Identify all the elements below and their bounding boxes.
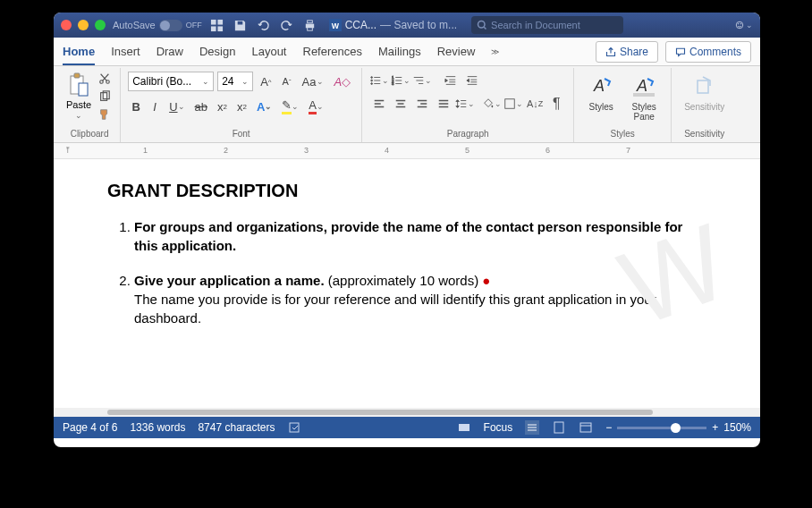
zoom-value[interactable]: 150%	[723, 421, 751, 434]
share-button[interactable]: Share	[596, 41, 658, 63]
cut-icon[interactable]	[97, 72, 113, 86]
group-sensitivity: Sensitivity Sensitivity	[672, 68, 737, 142]
font-name-select[interactable]: Calibri (Bo...⌄	[128, 72, 214, 91]
document-area[interactable]: W GRANT DESCRIPTION For groups and organ…	[54, 159, 760, 408]
bullets-icon[interactable]: ⌄	[369, 72, 389, 89]
home-icon[interactable]	[209, 17, 225, 33]
focus-label[interactable]: Focus	[484, 421, 513, 434]
clear-format-icon[interactable]: A◇	[331, 72, 355, 91]
tab-home[interactable]: Home	[63, 39, 95, 65]
sort-icon[interactable]: A↓Z	[525, 95, 545, 113]
q2-bold: Give your application a name.	[134, 273, 325, 288]
paste-button[interactable]: Paste ⌄	[66, 72, 91, 120]
font-color-icon[interactable]: A⌄	[305, 97, 327, 116]
svg-rect-15	[79, 83, 88, 96]
svg-rect-59	[505, 99, 515, 109]
clipboard-label: Clipboard	[66, 129, 113, 140]
print-icon[interactable]	[302, 17, 318, 33]
undo-icon[interactable]	[256, 17, 272, 33]
tab-layout[interactable]: Layout	[251, 39, 286, 64]
feedback-icon[interactable]: ⌄	[735, 16, 753, 34]
indent-right-icon[interactable]	[462, 72, 482, 89]
zoom-slider[interactable]	[617, 427, 706, 429]
grow-font-icon[interactable]: A^	[257, 72, 275, 91]
styles-pane-icon: A	[630, 73, 658, 100]
text-effects-icon[interactable]: A⌄	[253, 97, 275, 116]
zoom-out-button[interactable]: −	[605, 421, 612, 434]
shrink-font-icon[interactable]: Aˇ	[279, 72, 295, 91]
group-paragraph: ⌄ 123⌄ ⌄ ⌄ ⌄ ⌄ A↓Z ¶	[362, 68, 574, 142]
align-left-icon[interactable]	[369, 95, 389, 113]
svg-point-12	[740, 23, 741, 24]
minimize-icon[interactable]	[78, 20, 89, 30]
highlight-icon[interactable]: ✎⌄	[278, 97, 302, 116]
numbering-icon[interactable]: 123⌄	[391, 72, 410, 89]
comments-button[interactable]: Comments	[665, 41, 751, 63]
italic-button[interactable]: I	[147, 97, 163, 116]
svg-rect-14	[74, 73, 80, 78]
focus-icon[interactable]	[457, 420, 471, 435]
autosave-toggle[interactable]: AutoSave OFF	[113, 20, 202, 31]
font-size-value: 24	[222, 75, 233, 88]
svg-rect-0	[211, 19, 216, 24]
svg-point-11	[738, 23, 739, 24]
ruler[interactable]: ⤒ 1 2 3 4 5 6 7	[54, 143, 760, 159]
shading-icon[interactable]: ⌄	[482, 95, 502, 113]
tab-draw[interactable]: Draw	[156, 39, 183, 64]
word-count[interactable]: 1336 words	[130, 421, 185, 434]
sensitivity-button[interactable]: Sensitivity	[679, 72, 730, 114]
zoom-in-button[interactable]: +	[712, 421, 718, 434]
tab-insert[interactable]: Insert	[111, 39, 140, 64]
more-tabs-icon[interactable]: ≫	[491, 47, 499, 56]
change-case-icon[interactable]: Aa⌄	[299, 72, 327, 91]
strike-button[interactable]: ab	[191, 97, 211, 116]
question-2: Give your application a name. (approxima…	[134, 271, 706, 327]
print-layout-icon[interactable]	[552, 420, 566, 435]
paste-icon	[66, 72, 91, 98]
line-spacing-icon[interactable]: ⌄	[455, 95, 475, 113]
align-center-icon[interactable]	[391, 95, 410, 113]
indent-left-icon[interactable]	[441, 72, 461, 89]
close-icon[interactable]	[61, 20, 72, 30]
bold-button[interactable]: B	[128, 97, 144, 116]
tab-mailings[interactable]: Mailings	[378, 39, 421, 64]
comment-icon	[675, 47, 686, 57]
tab-review[interactable]: Review	[437, 39, 476, 64]
sensitivity-group-label: Sensitivity	[679, 129, 730, 140]
spellcheck-icon[interactable]	[288, 420, 302, 435]
maximize-icon[interactable]	[95, 20, 106, 30]
redo-icon[interactable]	[279, 17, 295, 33]
page-indicator[interactable]: Page 4 of 6	[63, 421, 117, 434]
read-mode-icon[interactable]	[525, 420, 539, 435]
share-icon	[605, 47, 616, 57]
subscript-button[interactable]: x2	[214, 97, 231, 116]
styles-pane-button[interactable]: A Styles Pane	[624, 72, 664, 123]
autosave-state: OFF	[186, 21, 202, 30]
styles-pane-label: Styles Pane	[632, 102, 656, 122]
multilevel-icon[interactable]: ⌄	[412, 72, 432, 89]
horizontal-scrollbar[interactable]	[54, 408, 760, 417]
superscript-button[interactable]: x2	[233, 97, 250, 116]
underline-button[interactable]: U⌄	[165, 97, 188, 116]
char-count[interactable]: 8747 characters	[198, 421, 275, 434]
copy-icon[interactable]	[97, 89, 113, 104]
justify-icon[interactable]	[434, 95, 453, 113]
web-layout-icon[interactable]	[579, 420, 593, 435]
borders-icon[interactable]: ⌄	[503, 95, 523, 113]
format-painter-icon[interactable]	[97, 107, 113, 122]
tab-references[interactable]: References	[303, 39, 362, 64]
tab-design[interactable]: Design	[199, 39, 235, 64]
search-input[interactable]: Search in Document	[471, 16, 623, 34]
align-right-icon[interactable]	[412, 95, 432, 113]
required-icon: ●	[482, 273, 490, 288]
svg-point-20	[371, 77, 373, 79]
svg-rect-1	[218, 19, 224, 24]
svg-rect-63	[698, 80, 708, 93]
styles-button[interactable]: A Styles	[581, 72, 621, 114]
font-size-select[interactable]: 24⌄	[217, 72, 253, 91]
titlebar: AutoSave OFF W CCA... — Saved to m... Se…	[54, 13, 760, 38]
svg-point-22	[371, 80, 373, 81]
save-icon[interactable]	[233, 17, 249, 33]
group-clipboard: Paste ⌄ Clipboard	[59, 68, 121, 142]
pilcrow-icon[interactable]: ¶	[546, 95, 566, 113]
